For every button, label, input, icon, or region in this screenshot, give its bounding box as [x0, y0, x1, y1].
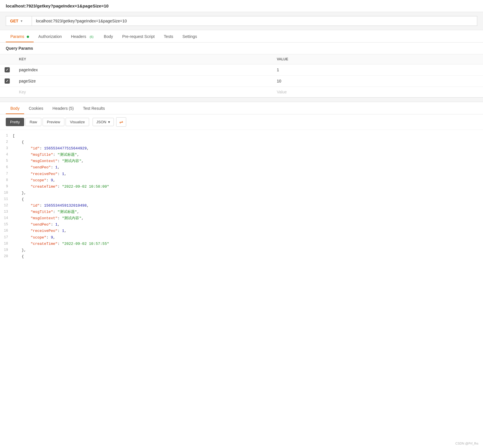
- tab-tests[interactable]: Tests: [159, 30, 178, 42]
- line-number: 4: [2, 152, 13, 157]
- row-value-0[interactable]: 1: [272, 64, 483, 76]
- json-line: 7 "receivePeo": 1,: [0, 171, 483, 177]
- col-header-key: KEY: [14, 54, 272, 64]
- line-number: 13: [2, 209, 13, 215]
- line-number: 1: [2, 133, 13, 139]
- col-header-value: VALUE: [272, 54, 483, 64]
- wrap-button[interactable]: ⇌: [116, 117, 126, 127]
- response-tab-test-results[interactable]: Test Results: [78, 102, 109, 114]
- tab-settings[interactable]: Settings: [178, 30, 202, 42]
- line-content: "msgContext": "测试内容",: [13, 215, 481, 222]
- line-content: "msgContext": "测试内容",: [13, 158, 481, 164]
- format-type-label: JSON: [96, 120, 106, 124]
- url-input[interactable]: [32, 16, 477, 26]
- format-raw-btn[interactable]: Raw: [25, 118, 41, 126]
- format-chevron: ▾: [108, 120, 110, 124]
- params-table: KEY VALUE ✓ pageIndex 1: [0, 54, 483, 97]
- response-tabs: Body Cookies Headers (5) Test Results: [0, 102, 483, 114]
- format-type-select[interactable]: JSON ▾: [93, 118, 114, 126]
- section-divider: [0, 97, 483, 102]
- method-chevron: ▾: [21, 19, 22, 23]
- line-content: "scope": 9,: [13, 177, 481, 184]
- row-checkbox-0[interactable]: ✓: [5, 67, 10, 72]
- wrap-icon: ⇌: [119, 119, 123, 125]
- top-url-bar: localhost:7923/getkey?pageIndex=1&pageSi…: [0, 0, 483, 12]
- row-key-1[interactable]: pageSize: [14, 76, 272, 87]
- line-content: "sendPeo": 1,: [13, 222, 481, 228]
- table-row: ✓ pageSize 10: [0, 76, 483, 87]
- line-number: 9: [2, 184, 13, 189]
- line-number: 18: [2, 241, 13, 247]
- line-content: },: [13, 247, 481, 253]
- line-content: "createTime": "2022-09-02 10:57:55": [13, 241, 481, 247]
- line-content: {: [13, 196, 481, 203]
- line-content: "receivePeo": 1,: [13, 228, 481, 234]
- row-key-0[interactable]: pageIndex: [14, 64, 272, 76]
- json-line: 2 {: [0, 139, 483, 145]
- json-line: 4 "msgTitle": "测试标题",: [0, 152, 483, 158]
- line-number: 6: [2, 164, 13, 170]
- json-line: 14 "msgContext": "测试内容",: [0, 215, 483, 222]
- method-label: GET: [10, 19, 18, 23]
- json-line: 19 },: [0, 247, 483, 253]
- line-content: },: [13, 190, 481, 196]
- json-line: 6 "sendPeo": 1,: [0, 164, 483, 171]
- line-number: 3: [2, 145, 13, 151]
- json-line: 13 "msgTitle": "测试标题",: [0, 209, 483, 215]
- line-content: "sendPeo": 1,: [13, 164, 481, 171]
- json-line: 10 },: [0, 190, 483, 196]
- line-number: 16: [2, 228, 13, 234]
- response-tab-headers[interactable]: Headers (5): [48, 102, 78, 114]
- format-bar: Pretty Raw Preview Visualize JSON ▾ ⇌: [0, 114, 483, 130]
- params-dot: [27, 36, 29, 38]
- col-header-check: [0, 54, 14, 64]
- response-tab-body[interactable]: Body: [6, 102, 24, 114]
- json-viewer: 1[2 {3 "id": 1565534477515644929,4 "msgT…: [0, 130, 483, 263]
- tab-params[interactable]: Params: [6, 30, 34, 42]
- tab-pre-request[interactable]: Pre-request Script: [118, 30, 159, 42]
- line-content: "createTime": "2022-09-02 10:58:00": [13, 184, 481, 190]
- headers-badge: (6): [89, 35, 95, 39]
- top-url-text: localhost:7923/getkey?pageIndex=1&pageSi…: [6, 3, 109, 8]
- row-checkbox-cell: ✓: [0, 64, 14, 76]
- tab-authorization[interactable]: Authorization: [34, 30, 66, 42]
- format-preview-btn[interactable]: Preview: [43, 118, 64, 126]
- tab-body[interactable]: Body: [99, 30, 118, 42]
- table-row: ✓ pageIndex 1: [0, 64, 483, 76]
- row-value-1[interactable]: 10: [272, 76, 483, 87]
- line-number: 15: [2, 222, 13, 227]
- row-checkbox-1[interactable]: ✓: [5, 78, 10, 84]
- method-select[interactable]: GET ▾: [6, 16, 32, 26]
- empty-row: Key Value: [0, 87, 483, 97]
- line-number: 19: [2, 247, 13, 253]
- line-number: 8: [2, 177, 13, 183]
- json-line: 12 "id": 1565534459132010498,: [0, 203, 483, 209]
- request-tabs: Params Authorization Headers (6) Body Pr…: [0, 30, 483, 43]
- json-line: 15 "sendPeo": 1,: [0, 222, 483, 228]
- line-content: "msgTitle": "测试标题",: [13, 209, 481, 215]
- json-line: 5 "msgContext": "测试内容",: [0, 158, 483, 164]
- line-number: 12: [2, 203, 13, 208]
- tab-headers[interactable]: Headers (6): [66, 30, 99, 42]
- response-tab-cookies[interactable]: Cookies: [24, 102, 48, 114]
- line-content: [: [13, 133, 481, 139]
- line-content: "receivePeo": 1,: [13, 171, 481, 177]
- json-line: 3 "id": 1565534477515644929,: [0, 145, 483, 152]
- json-line: 20 {: [0, 253, 483, 260]
- json-line: 8 "scope": 9,: [0, 177, 483, 184]
- line-content: {: [13, 253, 481, 260]
- json-line: 18 "createTime": "2022-09-02 10:57:55": [0, 241, 483, 247]
- line-number: 2: [2, 139, 13, 145]
- json-line: 16 "receivePeo": 1,: [0, 228, 483, 234]
- format-visualize-btn[interactable]: Visualize: [66, 118, 89, 126]
- line-content: {: [13, 139, 481, 145]
- json-line: 17 "scope": 9,: [0, 234, 483, 241]
- json-line: 11 {: [0, 196, 483, 203]
- format-pretty-btn[interactable]: Pretty: [6, 118, 24, 126]
- request-bar: GET ▾: [0, 12, 483, 30]
- check-mark-0: ✓: [6, 68, 9, 72]
- check-mark-1: ✓: [6, 79, 9, 83]
- row-checkbox-cell: ✓: [0, 76, 14, 87]
- line-content: "id": 1565534459132010498,: [13, 203, 481, 209]
- line-content: "scope": 9,: [13, 234, 481, 241]
